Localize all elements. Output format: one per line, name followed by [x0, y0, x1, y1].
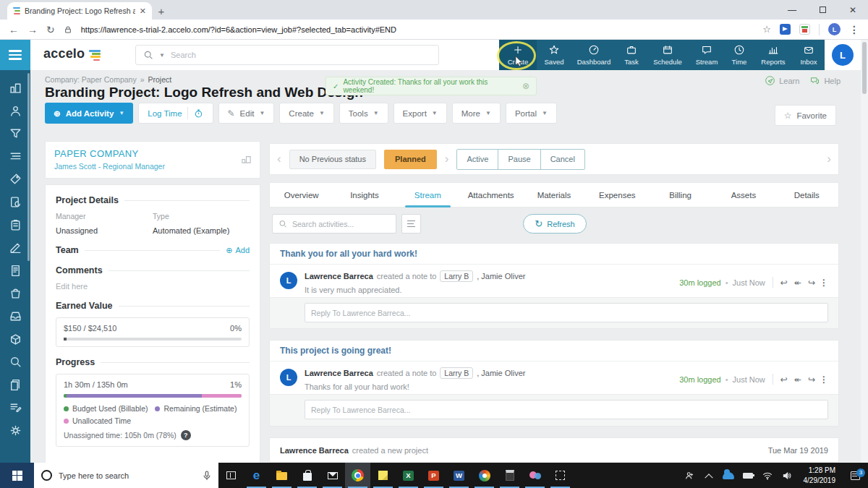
- reply-all-icon[interactable]: ↞: [794, 278, 801, 288]
- taskbar-calculator[interactable]: [497, 463, 522, 488]
- favorite-button[interactable]: ☆Favorite: [775, 105, 836, 126]
- back-button[interactable]: ←: [9, 24, 19, 35]
- status-previous-button[interactable]: No Previous status: [289, 150, 376, 169]
- learn-link[interactable]: Learn: [765, 75, 799, 86]
- action-center-button[interactable]: 3: [842, 471, 868, 480]
- reply-input[interactable]: [305, 400, 828, 419]
- tray-wifi[interactable]: [758, 463, 778, 488]
- contacts-icon[interactable]: [9, 104, 22, 118]
- search-scope-caret-icon[interactable]: ▼: [159, 52, 165, 59]
- tracking-search-icon[interactable]: [9, 355, 22, 369]
- recipient-extra[interactable]: , Jamie Oliver: [477, 272, 525, 281]
- tray-show-hidden[interactable]: [699, 463, 719, 488]
- comments-edit-placeholder[interactable]: Edit here: [56, 282, 250, 291]
- tab-overview[interactable]: Overview: [270, 183, 333, 207]
- manager-value[interactable]: Unassigned: [56, 226, 153, 235]
- export-button[interactable]: Export▼: [393, 103, 447, 124]
- avatar[interactable]: L: [280, 369, 297, 386]
- entry-menu-icon[interactable]: ⋮: [820, 278, 828, 288]
- taskbar-mail[interactable]: [320, 463, 345, 488]
- agreements-pen-icon[interactable]: [9, 241, 22, 254]
- help-question-icon[interactable]: ?: [181, 430, 191, 440]
- purchases-bag-icon[interactable]: [9, 286, 22, 300]
- browser-menu-icon[interactable]: ⋮: [849, 24, 859, 35]
- refresh-button[interactable]: ↻ Refresh: [523, 214, 587, 234]
- taskbar-excel[interactable]: X: [396, 463, 421, 488]
- tools-button[interactable]: Tools▼: [339, 103, 388, 124]
- status-prev-chevron-icon[interactable]: ‹: [277, 152, 281, 166]
- tray-volume[interactable]: [778, 463, 797, 488]
- status-active-button[interactable]: Active: [457, 150, 498, 169]
- tray-battery[interactable]: [739, 463, 758, 488]
- company-name-link[interactable]: PAPER COMPANY: [54, 148, 251, 159]
- time-logged-badge[interactable]: 30m logged: [679, 278, 721, 287]
- tab-attachments[interactable]: Attachments: [459, 183, 522, 207]
- add-activity-button[interactable]: ⊕ Add Activity ▼: [45, 103, 133, 124]
- tab-insights[interactable]: Insights: [333, 183, 396, 207]
- forward-button[interactable]: →: [27, 24, 38, 35]
- extension-icon-2[interactable]: [799, 24, 810, 35]
- status-cancel-button[interactable]: Cancel: [540, 150, 584, 169]
- log-time-button[interactable]: Log Time: [138, 103, 213, 124]
- task-view-button[interactable]: [218, 463, 244, 488]
- nav-inbox[interactable]: Inbox: [793, 40, 825, 70]
- nav-schedule[interactable]: Schedule: [647, 40, 689, 70]
- documents-icon[interactable]: [9, 378, 22, 392]
- tab-billing[interactable]: Billing: [649, 183, 712, 207]
- nav-create[interactable]: Create: [499, 40, 537, 70]
- browser-profile-avatar[interactable]: L: [828, 23, 841, 35]
- recipient-extra[interactable]: , Jamie Oliver: [477, 369, 525, 377]
- retainers-icon[interactable]: [9, 195, 22, 209]
- taskbar-clock[interactable]: 1:28 PM 4/29/2019: [797, 466, 843, 485]
- taskbar-chrome[interactable]: [345, 463, 370, 488]
- avatar[interactable]: L: [280, 272, 297, 289]
- status-current-planned[interactable]: Planned: [384, 150, 437, 169]
- nav-saved[interactable]: Saved: [537, 40, 571, 70]
- taskbar-file-explorer[interactable]: [269, 463, 294, 488]
- notes-edit-icon[interactable]: [9, 401, 22, 414]
- taskbar-sticky-notes[interactable]: [370, 463, 396, 488]
- reply-input[interactable]: [305, 303, 828, 322]
- actor-name[interactable]: Lawrence Barreca: [280, 446, 349, 455]
- activities-filter-button[interactable]: [401, 214, 421, 234]
- window-maximize-button[interactable]: [807, 0, 838, 20]
- taskbar-pinwheel-app[interactable]: [472, 463, 497, 488]
- hamburger-menu-button[interactable]: [0, 40, 30, 70]
- tab-close-icon[interactable]: ✕: [140, 7, 146, 16]
- new-tab-button[interactable]: +: [152, 2, 171, 20]
- accelo-logo[interactable]: accelo: [43, 46, 101, 61]
- rail-scrollbar[interactable]: [27, 73, 30, 261]
- edit-button[interactable]: ✎Edit▼: [218, 103, 275, 124]
- activities-search-input[interactable]: [292, 220, 390, 228]
- tab-details[interactable]: Details: [775, 183, 838, 207]
- more-button[interactable]: More▼: [452, 103, 501, 124]
- taskbar-store[interactable]: [294, 463, 320, 488]
- reply-all-icon[interactable]: ↞: [794, 374, 801, 385]
- help-link[interactable]: Help: [809, 75, 841, 86]
- team-add-button[interactable]: ⊕Add: [226, 246, 250, 255]
- create-button[interactable]: Create▼: [279, 103, 333, 124]
- recipient-chip[interactable]: Larry B: [440, 367, 473, 379]
- status-next-chevron-icon[interactable]: ›: [827, 152, 831, 166]
- stream-entry-title[interactable]: Thank you for all your hard work!: [270, 244, 838, 265]
- projects-icon[interactable]: [9, 218, 22, 232]
- actor-name[interactable]: Lawrence Barreca: [305, 272, 373, 281]
- browser-scrollbar[interactable]: [861, 40, 868, 463]
- settings-gear-icon[interactable]: [9, 424, 22, 437]
- recipient-chip[interactable]: Larry B: [440, 270, 473, 282]
- tab-stream[interactable]: Stream: [396, 183, 459, 207]
- quotes-icon[interactable]: [9, 150, 22, 163]
- forward-icon[interactable]: ↪: [808, 278, 815, 288]
- sales-funnel-icon[interactable]: [9, 127, 22, 140]
- requests-tray-icon[interactable]: [9, 309, 22, 323]
- reload-button[interactable]: ↻: [46, 24, 55, 35]
- tab-materials[interactable]: Materials: [522, 183, 585, 207]
- time-logged-badge[interactable]: 30m logged: [679, 375, 721, 384]
- tray-people[interactable]: [680, 463, 699, 488]
- tab-assets[interactable]: Assets: [712, 183, 775, 207]
- scrollbar-thumb[interactable]: [862, 42, 867, 94]
- taskbar-powerpoint[interactable]: P: [421, 463, 446, 488]
- taskbar-search[interactable]: Type here to search: [34, 463, 218, 488]
- breadcrumb-company-link[interactable]: Company: Paper Company: [45, 75, 137, 84]
- reply-icon[interactable]: ↩: [780, 374, 788, 385]
